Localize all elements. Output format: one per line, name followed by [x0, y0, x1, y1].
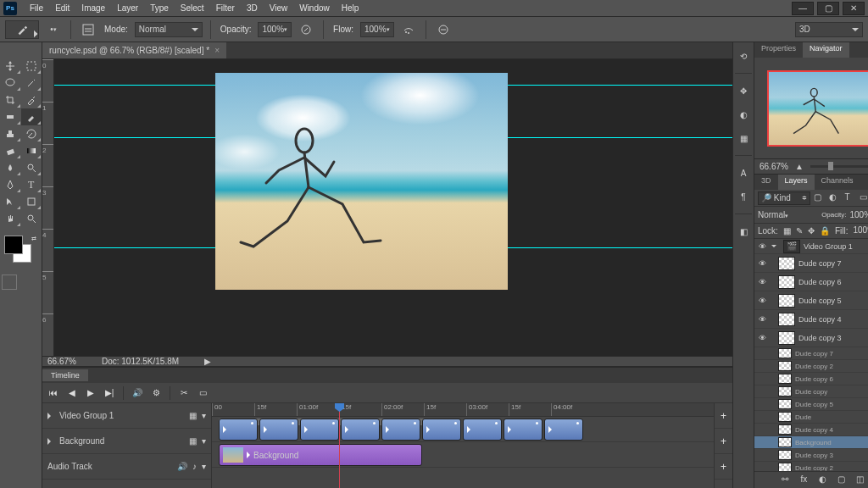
layer-name[interactable]: Dude copy 4: [795, 426, 868, 434]
layer-thumbnail[interactable]: [778, 386, 792, 396]
wand-tool[interactable]: [21, 75, 42, 92]
layer-name[interactable]: Background: [795, 439, 868, 446]
zoom-tool[interactable]: [21, 210, 42, 227]
marquee-tool[interactable]: [21, 58, 42, 75]
layer-thumbnail[interactable]: [778, 275, 795, 289]
type-tool[interactable]: T: [21, 176, 42, 193]
brush-panel-toggle[interactable]: [79, 20, 97, 39]
pressure-opacity-icon[interactable]: [297, 20, 315, 39]
expand-icon[interactable]: [47, 413, 54, 419]
layer-name[interactable]: Dude copy 5: [795, 401, 868, 408]
layer-row[interactable]: Dude copy 2: [754, 360, 868, 373]
layer-thumbnail[interactable]: [778, 313, 795, 326]
layer-row[interactable]: Dude copy 3: [754, 449, 868, 462]
mute-button[interactable]: 🔊: [130, 385, 145, 401]
video-clip[interactable]: [544, 419, 583, 441]
menu-help[interactable]: Help: [336, 3, 365, 13]
foreground-color-swatch[interactable]: [4, 236, 23, 254]
path-select-tool[interactable]: [0, 193, 21, 210]
history-panel-icon[interactable]: ⟲: [733, 46, 754, 66]
timeline-tracks-area[interactable]: 0015f01:00f15f02:00f15f03:00f15f04:00f: [212, 403, 714, 488]
track-header-video-group[interactable]: Video Group 1 ▦▾: [42, 403, 211, 429]
visibility-toggle[interactable]: 👁: [756, 334, 768, 342]
add-media-button[interactable]: +: [715, 403, 732, 429]
layer-thumbnail[interactable]: [778, 294, 795, 308]
filter-pixel-icon[interactable]: ▢: [814, 192, 826, 204]
video-clip[interactable]: [300, 419, 339, 441]
layer-thumbnail[interactable]: [778, 424, 792, 435]
channels-tab[interactable]: Channels: [815, 175, 860, 190]
layer-name[interactable]: Dude copy 2: [795, 464, 868, 472]
menu-view[interactable]: View: [264, 3, 294, 13]
filter-shape-icon[interactable]: ▭: [860, 192, 868, 204]
menu-image[interactable]: Image: [75, 3, 111, 13]
layer-thumbnail[interactable]: [778, 412, 792, 422]
layer-filter-select[interactable]: 🔎 Kind≑: [758, 191, 810, 205]
track-menu-icon[interactable]: ▾: [202, 411, 206, 420]
track-menu-icon[interactable]: ▾: [202, 436, 206, 446]
next-frame-button[interactable]: ▶|: [102, 385, 117, 401]
visibility-toggle[interactable]: 👁: [756, 315, 768, 324]
filmstrip-icon[interactable]: ▦: [189, 436, 197, 446]
video-clip[interactable]: [422, 419, 461, 441]
video-clip[interactable]: [341, 419, 380, 441]
layer-row[interactable]: Dude copy 6: [754, 373, 868, 385]
new-group-icon[interactable]: ▢: [837, 474, 849, 486]
vertical-ruler[interactable]: 0123456: [42, 59, 54, 356]
pressure-size-icon[interactable]: [434, 20, 453, 39]
canvas-viewport[interactable]: [54, 59, 732, 356]
layer-group-row[interactable]: 👁 Video Group 1: [754, 239, 868, 254]
close-tab-icon[interactable]: ×: [214, 46, 220, 55]
eraser-tool[interactable]: [0, 142, 21, 159]
pen-tool[interactable]: [0, 176, 21, 193]
layer-thumbnail[interactable]: [778, 348, 792, 358]
history-brush-tool[interactable]: [21, 125, 42, 142]
layer-name[interactable]: Dude copy: [795, 388, 868, 396]
menu-filter[interactable]: Filter: [210, 3, 241, 13]
zoom-level[interactable]: 66.67%: [47, 357, 76, 366]
go-to-first-frame-button[interactable]: ⏮: [46, 385, 61, 401]
navigator-tab[interactable]: Navigator: [803, 42, 849, 58]
expand-icon[interactable]: [47, 438, 54, 445]
timeline-settings-button[interactable]: ⚙: [148, 385, 164, 401]
color-swatches[interactable]: ⇄: [4, 236, 38, 269]
layer-row[interactable]: Dude copy: [754, 385, 868, 398]
status-menu-icon[interactable]: ▶: [204, 357, 211, 366]
layer-row[interactable]: 👁Dude copy 3: [754, 329, 868, 347]
layer-thumbnail[interactable]: [778, 374, 792, 384]
filmstrip-icon[interactable]: ▦: [189, 411, 197, 420]
dodge-tool[interactable]: [21, 159, 42, 176]
background-clip[interactable]: Background: [219, 444, 422, 466]
transition-button[interactable]: ▭: [195, 385, 210, 401]
layer-mask-icon[interactable]: ◐: [819, 474, 831, 486]
window-minimize-button[interactable]: —: [792, 2, 814, 15]
audio-mute-icon[interactable]: 🔊: [177, 462, 187, 471]
lasso-tool[interactable]: [0, 75, 21, 92]
quick-mask-toggle[interactable]: [2, 274, 17, 290]
3d-tab[interactable]: 3D: [754, 175, 778, 190]
note-icon[interactable]: ♪: [192, 462, 197, 471]
window-close-button[interactable]: ✕: [843, 2, 865, 15]
layer-row[interactable]: 👁Dude copy 4: [754, 310, 868, 329]
layer-name[interactable]: Video Group 1: [804, 242, 868, 251]
layer-row[interactable]: Background: [754, 436, 868, 449]
airbrush-icon[interactable]: [399, 20, 418, 39]
prev-frame-button[interactable]: ◀: [64, 385, 80, 401]
hand-tool[interactable]: [0, 210, 21, 227]
video-clip[interactable]: [463, 419, 502, 441]
layer-name[interactable]: Dude copy 7: [795, 350, 868, 358]
video-clip[interactable]: [504, 419, 542, 441]
gradient-tool[interactable]: [21, 142, 42, 159]
swap-colors-icon[interactable]: ⇄: [31, 236, 36, 242]
panel-icon[interactable]: ▦: [733, 128, 754, 148]
stamp-tool[interactable]: [0, 125, 21, 142]
layer-thumbnail[interactable]: [778, 450, 792, 460]
layer-thumbnail[interactable]: [778, 257, 795, 270]
menu-file[interactable]: File: [24, 3, 49, 13]
blur-tool[interactable]: [0, 159, 21, 176]
video-clip[interactable]: [219, 419, 258, 441]
video-clip[interactable]: [259, 419, 298, 441]
lock-transparency-icon[interactable]: ▦: [783, 226, 791, 236]
layer-name[interactable]: Dude copy 4: [798, 315, 868, 324]
paragraph-panel-icon[interactable]: ¶: [733, 186, 754, 207]
